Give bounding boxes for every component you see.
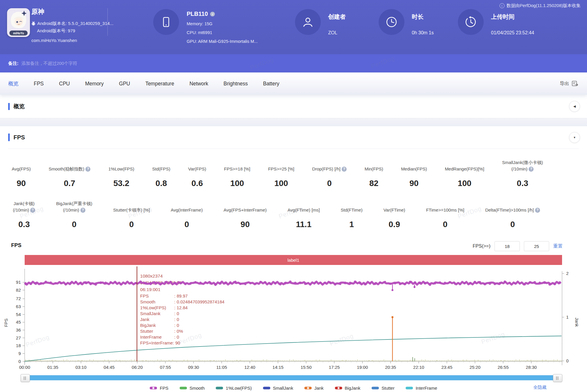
- chart-scrollbar-track[interactable]: [25, 375, 561, 380]
- collect-note: i 数据由PerfDog(11.1.250208)版本收集: [500, 3, 581, 9]
- person-icon: [301, 16, 314, 28]
- legend-item-Smooth[interactable]: Smooth: [180, 386, 205, 391]
- svg-text:9: 9: [18, 351, 21, 356]
- note-bar[interactable]: 备注: 添加备注，不超过200个字符: [0, 54, 587, 72]
- metric-value: 0: [485, 220, 540, 229]
- chart-title: FPS: [11, 242, 21, 249]
- tab-Memory[interactable]: Memory: [85, 81, 104, 87]
- tab-list: 概览FPSCPUMemoryGPUTemperatureNetworkBrigh…: [8, 72, 279, 95]
- svg-text:17:25: 17:25: [329, 365, 340, 370]
- fps-metrics-row-1: Avg(FPS)90Smooth(稳帧指数)?0.71%Low(FPS)53.2…: [0, 159, 587, 188]
- tab-Temperature[interactable]: Temperature: [145, 81, 174, 87]
- help-icon[interactable]: ?: [85, 167, 90, 172]
- legend-item-1%Low(FPS)[interactable]: 1%Low(FPS): [216, 386, 252, 391]
- report-header: miHoYo 原神 Android版本名: 5.5.0_31400259_314…: [0, 0, 587, 54]
- export-button[interactable]: 导出: [560, 72, 578, 95]
- metric-card: BigJank(严重卡顿)(/10min)?0: [56, 200, 92, 229]
- legend-marker: [150, 387, 157, 389]
- legend-marker: [406, 387, 413, 389]
- metric-card: Avg(InterFrame)0: [171, 200, 203, 229]
- threshold-input-2[interactable]: [524, 241, 549, 251]
- metric-card: FTime>=100ms [%]0: [426, 200, 464, 229]
- tab-Brightness[interactable]: Brightness: [224, 81, 248, 87]
- tab-GPU[interactable]: GPU: [119, 81, 130, 87]
- app-icon: miHoYo: [7, 8, 30, 37]
- help-icon[interactable]: ?: [80, 208, 85, 213]
- svg-text:: 0: : 0: [174, 334, 179, 339]
- device-info-block: PLB110 i Memory: 15G CPU: mt6991 GPU: AR…: [187, 11, 258, 44]
- help-icon[interactable]: ?: [30, 208, 35, 213]
- collect-note-text: 数据由PerfDog(11.1.250208)版本收集: [507, 3, 581, 9]
- overview-collapse-button[interactable]: ◀: [569, 101, 580, 112]
- threshold-input-1[interactable]: [495, 241, 520, 251]
- svg-text:07:55: 07:55: [160, 365, 171, 370]
- svg-text:: 0%: : 0%: [174, 329, 183, 334]
- legend-item-FPS[interactable]: FPS: [150, 386, 168, 391]
- device-icon-circle: [153, 9, 179, 35]
- metric-label: FPS>=18 [%]: [224, 166, 250, 172]
- tab-CPU[interactable]: CPU: [59, 81, 70, 87]
- history-clock-icon: [464, 16, 477, 28]
- export-label: 导出: [560, 81, 569, 87]
- metric-card: Drop(FPS) [/h]?0: [312, 159, 347, 188]
- metric-value: 0.7: [49, 179, 91, 188]
- tab-Battery[interactable]: Battery: [263, 81, 279, 87]
- svg-text:0: 0: [18, 359, 21, 364]
- duration-value: 0h 30m 1s: [412, 30, 434, 36]
- svg-text:27: 27: [16, 335, 21, 340]
- legend-item-Jank[interactable]: Jank: [304, 386, 324, 391]
- metric-card: FPS>=18 [%]100: [224, 159, 250, 188]
- metric-card: Jank(卡顿)(/10min)?0.3: [13, 200, 35, 229]
- legend-item-BigJank[interactable]: BigJank: [335, 386, 360, 391]
- tab-Network[interactable]: Network: [189, 81, 208, 87]
- svg-text:06:20: 06:20: [132, 365, 143, 370]
- fps-chart[interactable]: 0918273645546372829101200:0001:3503:1004…: [0, 264, 587, 373]
- svg-text:15:50: 15:50: [301, 365, 312, 370]
- svg-text:22:10: 22:10: [413, 365, 424, 370]
- metric-label: Drop(FPS) [/h]: [312, 166, 341, 172]
- legend-label: 1%Low(FPS): [226, 386, 252, 391]
- legend-item-InterFrame[interactable]: InterFrame: [406, 386, 437, 391]
- legend-item-Stutter[interactable]: Stutter: [372, 386, 394, 391]
- metric-value: 0.6: [188, 179, 206, 188]
- creator-block: 创建者 ZOL: [328, 13, 346, 36]
- metric-label: Std(FPS): [152, 166, 170, 172]
- svg-text:72: 72: [16, 296, 21, 301]
- help-icon[interactable]: ?: [529, 167, 534, 172]
- hide-all-link[interactable]: 全隐藏: [533, 385, 546, 390]
- chart-scrollbar-handle-right[interactable]: [553, 374, 562, 382]
- metric-label: FTime>=100ms [%]: [426, 207, 464, 213]
- legend-marker: [180, 387, 187, 389]
- metric-value: 90: [224, 220, 267, 229]
- svg-text:06:19:001: 06:19:001: [140, 287, 161, 292]
- phone-icon: [160, 16, 173, 28]
- metric-value: 1: [341, 220, 362, 229]
- legend-item-SmallJank[interactable]: SmallJank: [263, 386, 293, 391]
- metric-card: FPS>=25 [%]100: [268, 159, 294, 188]
- svg-text:1%Low(FPS): 1%Low(FPS): [140, 305, 166, 310]
- metric-value: 100: [445, 179, 484, 188]
- device-info-icon[interactable]: i: [210, 12, 215, 16]
- chart-scrollbar-handle-left[interactable]: [21, 374, 30, 382]
- reset-link[interactable]: 重置: [553, 243, 563, 249]
- svg-text:28:30: 28:30: [526, 365, 537, 370]
- metric-card: Std(FTime)1: [341, 200, 362, 229]
- fps-collapse-button[interactable]: ▾: [569, 132, 580, 143]
- legend-label: Smooth: [190, 386, 205, 391]
- threshold-label: FPS(>=): [473, 244, 490, 249]
- note-input-placeholder[interactable]: 添加备注，不超过200个字符: [21, 61, 77, 66]
- tab-概览[interactable]: 概览: [8, 80, 18, 87]
- metric-label: SmallJank(微小卡顿): [502, 159, 543, 166]
- metric-value: 53.2: [108, 179, 134, 188]
- metric-card: 1%Low(FPS)53.2: [108, 159, 134, 188]
- creator-icon-circle: [295, 9, 321, 35]
- metric-label: Stutter(卡顿率) [%]: [113, 207, 150, 213]
- tab-FPS[interactable]: FPS: [34, 81, 44, 87]
- help-icon[interactable]: ?: [535, 208, 540, 213]
- svg-text:Jank: Jank: [140, 317, 150, 322]
- app-icon-brand: miHoYo: [13, 32, 24, 35]
- metric-value: 90: [12, 179, 31, 188]
- metric-value: 0: [426, 220, 464, 229]
- metric-card: Stutter(卡顿率) [%]0: [113, 200, 150, 229]
- help-icon[interactable]: ?: [342, 167, 347, 172]
